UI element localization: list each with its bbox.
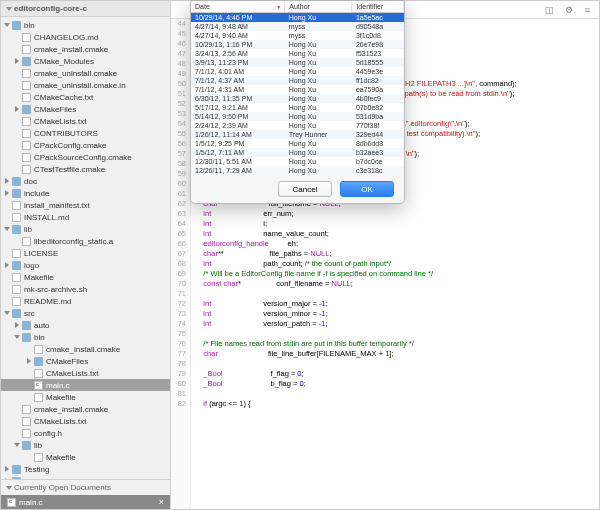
ok-button[interactable]: OK xyxy=(340,181,394,197)
tree-item[interactable]: CTestTestfile.cmake xyxy=(1,163,170,175)
cancel-button[interactable]: Cancel xyxy=(278,181,332,197)
history-row[interactable]: 5/17/12, 9:21 AMHong Xu07b0e82 xyxy=(191,103,404,112)
history-row[interactable]: 4/27/14, 9:40 AMmyss3f1c0d8 xyxy=(191,31,404,40)
tree-item[interactable]: mk-src-archive.sh xyxy=(1,283,170,295)
tree-item[interactable]: logo xyxy=(1,259,170,271)
col-author[interactable]: Author xyxy=(285,1,352,13)
tree-item[interactable]: CMake_Modules xyxy=(1,55,170,67)
tree-item[interactable]: main.c xyxy=(1,379,170,391)
tree-label: CMakeFiles xyxy=(46,357,88,366)
disclosure-icon[interactable] xyxy=(5,262,9,268)
line-gutter: 4445464748495051525354555657585960616263… xyxy=(171,19,191,509)
tree-item[interactable]: CMakeLists.txt xyxy=(1,115,170,127)
history-row[interactable]: 6/30/12, 11:35 PMHong Xu4b0fec9 xyxy=(191,94,404,103)
tree-item[interactable]: CMakeCache.txt xyxy=(1,91,170,103)
disclosure-icon[interactable] xyxy=(15,322,19,328)
tree-label: CTestTestfile.cmake xyxy=(34,165,105,174)
tree-item[interactable]: CMakeFiles xyxy=(1,103,170,115)
history-row[interactable]: 2/24/12, 2:39 AMHong Xu770f38f xyxy=(191,121,404,130)
disclosure-icon[interactable] xyxy=(4,23,10,27)
tree-item[interactable]: Makefile xyxy=(1,271,170,283)
tree-item[interactable]: Testing xyxy=(1,463,170,475)
tree-item[interactable]: lib xyxy=(1,439,170,451)
history-row[interactable]: 1/5/12, 7:11 AMHong Xub32aee3 xyxy=(191,148,404,157)
col-identifier[interactable]: Identifier xyxy=(352,1,404,13)
open-doc[interactable]: main.c× xyxy=(1,495,170,509)
tree-label: lib xyxy=(24,225,32,234)
close-icon[interactable]: × xyxy=(159,497,164,507)
disclosure-icon[interactable] xyxy=(15,58,19,64)
tree-item[interactable]: CONTRIBUTORS xyxy=(1,127,170,139)
tree-item[interactable]: CPackSourceConfig.cmake xyxy=(1,151,170,163)
disclosure-icon[interactable] xyxy=(5,466,9,472)
tree-item[interactable]: LICENSE xyxy=(1,247,170,259)
tree-item[interactable]: cmake_install.cmake xyxy=(1,403,170,415)
tree-item[interactable]: Makefile xyxy=(1,451,170,463)
history-row[interactable]: 3/9/13, 11:23 PMHong Xu5d18555 xyxy=(191,58,404,67)
tree-item[interactable]: doc xyxy=(1,175,170,187)
list-icon[interactable]: ≡ xyxy=(582,4,593,15)
tree-item[interactable]: CPackConfig.cmake xyxy=(1,139,170,151)
history-row[interactable]: 10/29/13, 1:16 PMHong Xu26e7e98 xyxy=(191,40,404,49)
tree-item[interactable]: lib xyxy=(1,223,170,235)
tree-item[interactable]: src xyxy=(1,307,170,319)
disclosure-icon[interactable] xyxy=(14,335,20,339)
disclosure-icon[interactable] xyxy=(4,311,10,315)
disclosure-icon[interactable] xyxy=(5,178,9,184)
tree-item[interactable]: bin xyxy=(1,331,170,343)
disclosure-icon[interactable] xyxy=(27,358,31,364)
file-icon xyxy=(22,237,31,246)
tree-label: Makefile xyxy=(46,393,76,402)
folder-icon xyxy=(22,57,31,66)
history-row[interactable]: 4/27/14, 9:48 AMmyssd90548a xyxy=(191,22,404,31)
tree-label: Testing xyxy=(24,465,49,474)
file-tree: binCHANGELOG.mdcmake_install.cmakeCMake_… xyxy=(1,17,170,479)
tree-item[interactable]: CMakeLists.txt xyxy=(1,367,170,379)
history-row[interactable]: 3/24/13, 2:56 AMHong Xuf531523 xyxy=(191,49,404,58)
tree-label: LICENSE xyxy=(24,249,58,258)
history-row[interactable]: 7/1/12, 4:01 AMHong Xu4459e3e xyxy=(191,67,404,76)
tree-label: cmake_uninstall.cmake xyxy=(34,69,117,78)
file-icon xyxy=(34,369,43,378)
history-row[interactable]: 12/26/11, 7:29 AMHong Xuc3e318c xyxy=(191,166,404,175)
history-row[interactable]: 1/26/12, 11:14 AMTrey Hunner329ed44 xyxy=(191,130,404,139)
tree-label: config.h xyxy=(34,429,62,438)
history-row[interactable]: 7/1/12, 4:37 AMHong Xuff1dc82 xyxy=(191,76,404,85)
disclosure-icon[interactable] xyxy=(15,106,19,112)
col-date[interactable]: Date xyxy=(191,1,285,13)
tree-item[interactable]: README.md xyxy=(1,295,170,307)
tree-item[interactable]: cmake_uninstall.cmake.in xyxy=(1,79,170,91)
tree-item[interactable]: INSTALL.md xyxy=(1,211,170,223)
file-icon xyxy=(22,153,31,162)
history-row[interactable]: 7/1/12, 4:31 AMHong Xuea7590a xyxy=(191,85,404,94)
tree-item[interactable]: CHANGELOG.md xyxy=(1,31,170,43)
gear-icon[interactable]: ⚙ xyxy=(563,4,574,15)
disclosure-icon[interactable] xyxy=(4,227,10,231)
tree-item[interactable]: include xyxy=(1,187,170,199)
disclosure-icon[interactable] xyxy=(5,190,9,196)
history-table[interactable]: DateAuthorIdentifier 10/29/14, 4:46 PMHo… xyxy=(191,1,404,175)
tree-item[interactable]: bin xyxy=(1,19,170,31)
disclosure-icon[interactable] xyxy=(14,443,20,447)
history-row[interactable]: 10/29/14, 4:46 PMHong Xu1a5e5ac xyxy=(191,13,404,23)
history-row[interactable]: 5/14/12, 9:50 PMHong Xu531d9ba xyxy=(191,112,404,121)
tree-item[interactable]: CMakeLists.txt xyxy=(1,415,170,427)
project-header[interactable]: editorconfig-core-c xyxy=(1,1,170,17)
tree-item[interactable]: libeditorconfig_static.a xyxy=(1,235,170,247)
file-icon xyxy=(22,165,31,174)
tree-item[interactable]: cmake_install.cmake xyxy=(1,43,170,55)
tree-item[interactable]: install_manifest.txt xyxy=(1,199,170,211)
tree-item[interactable]: cmake_uninstall.cmake xyxy=(1,67,170,79)
tree-item[interactable]: Makefile xyxy=(1,391,170,403)
file-icon xyxy=(22,45,31,54)
tree-item[interactable]: CMakeFiles xyxy=(1,355,170,367)
tree-label: CMakeFiles xyxy=(34,105,76,114)
tree-item[interactable]: auto xyxy=(1,319,170,331)
split-icon[interactable]: ◫ xyxy=(544,4,555,15)
tree-item[interactable]: config.h xyxy=(1,427,170,439)
tree-item[interactable]: cmake_install.cmake xyxy=(1,343,170,355)
open-documents-header[interactable]: Currently Open Documents xyxy=(1,480,170,495)
history-row[interactable]: 12/30/11, 5:51 AMHong Xub7dc0ce xyxy=(191,157,404,166)
c-icon xyxy=(34,381,43,390)
history-row[interactable]: 1/5/12, 9:25 PMHong Xu8db6dd8 xyxy=(191,139,404,148)
